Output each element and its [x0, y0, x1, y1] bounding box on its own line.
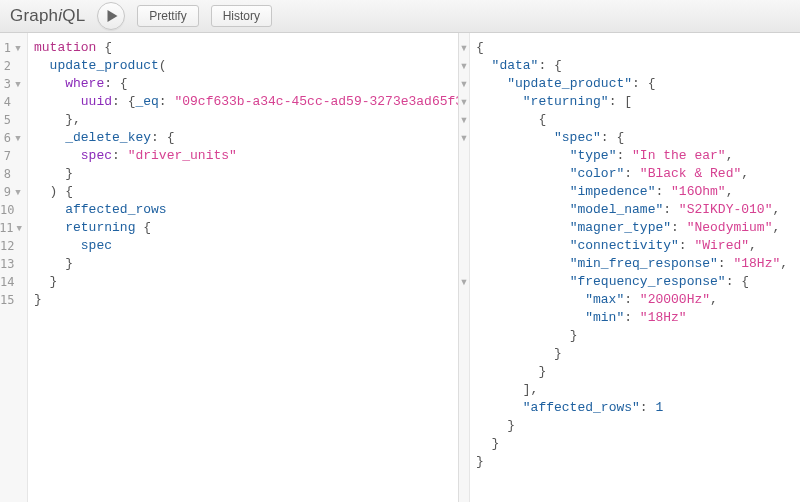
line-number: 11▼: [0, 219, 27, 237]
fold-icon[interactable]: ▼: [459, 39, 469, 57]
fold-icon: [459, 219, 469, 237]
fold-icon[interactable]: ▼: [14, 44, 22, 53]
fold-icon: [459, 147, 469, 165]
fold-icon[interactable]: ▼: [459, 111, 469, 129]
fold-icon: [459, 183, 469, 201]
line-number: 13: [0, 255, 27, 273]
fold-icon[interactable]: ▼: [17, 224, 22, 233]
prettify-button[interactable]: Prettify: [137, 5, 198, 27]
fold-icon[interactable]: ▼: [459, 273, 469, 291]
line-number: 14: [0, 273, 27, 291]
fold-icon: [459, 417, 469, 435]
history-button[interactable]: History: [211, 5, 272, 27]
fold-icon: [459, 165, 469, 183]
line-number: 15: [0, 291, 27, 309]
fold-icon: [459, 327, 469, 345]
line-number: 3▼: [0, 75, 27, 93]
fold-icon: [459, 363, 469, 381]
fold-icon[interactable]: ▼: [459, 75, 469, 93]
fold-icon[interactable]: ▼: [14, 80, 22, 89]
fold-icon: [459, 309, 469, 327]
line-number: 8: [0, 165, 27, 183]
fold-icon[interactable]: ▼: [14, 188, 22, 197]
play-icon: [107, 10, 118, 22]
result-viewer: { "data": { "update_product": { "returni…: [470, 33, 800, 502]
fold-icon: [459, 237, 469, 255]
result-fold-gutter: ▼▼▼▼▼▼▼: [459, 33, 470, 502]
fold-icon: [459, 255, 469, 273]
fold-icon: [459, 291, 469, 309]
logo-post: QL: [62, 6, 85, 25]
fold-icon[interactable]: ▼: [459, 57, 469, 75]
result-pane: ▼▼▼▼▼▼▼ { "data": { "update_product": { …: [459, 33, 800, 502]
execute-button[interactable]: [97, 2, 125, 30]
logo: GraphiQL: [10, 6, 85, 26]
line-number: 10: [0, 201, 27, 219]
query-editor[interactable]: mutation { update_product( where: { uuid…: [28, 33, 458, 502]
workspace: 1▼23▼456▼789▼1011▼12131415 mutation { up…: [0, 33, 800, 502]
line-number: 5: [0, 111, 27, 129]
line-number: 2: [0, 57, 27, 75]
fold-icon[interactable]: ▼: [14, 134, 22, 143]
logo-pre: Graph: [10, 6, 58, 25]
line-number: 6▼: [0, 129, 27, 147]
fold-icon: [459, 345, 469, 363]
query-line-gutter: 1▼23▼456▼789▼1011▼12131415: [0, 33, 28, 502]
toolbar: GraphiQL Prettify History: [0, 0, 800, 33]
fold-icon[interactable]: ▼: [459, 93, 469, 111]
line-number: 7: [0, 147, 27, 165]
fold-icon: [459, 435, 469, 453]
fold-icon: [459, 453, 469, 471]
fold-icon: [459, 381, 469, 399]
fold-icon[interactable]: ▼: [459, 129, 469, 147]
query-editor-pane: 1▼23▼456▼789▼1011▼12131415 mutation { up…: [0, 33, 459, 502]
fold-icon: [459, 201, 469, 219]
line-number: 12: [0, 237, 27, 255]
line-number: 9▼: [0, 183, 27, 201]
line-number: 4: [0, 93, 27, 111]
fold-icon: [459, 399, 469, 417]
line-number: 1▼: [0, 39, 27, 57]
